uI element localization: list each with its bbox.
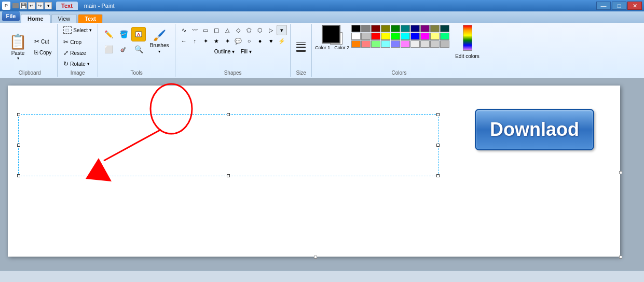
swatch-light-cyan[interactable] — [381, 40, 390, 48]
copy-button[interactable]: ⎘ Copy — [32, 47, 54, 58]
pencil-tool[interactable]: ✏️ — [101, 27, 116, 41]
swatch-periwinkle[interactable] — [391, 40, 400, 48]
swatch-gray[interactable] — [361, 25, 371, 32]
shape-star5[interactable]: ★ — [211, 36, 222, 46]
canvas-resize-handle-bottom[interactable] — [314, 256, 317, 259]
rotate-button[interactable]: ↻ Rotate ▾ — [61, 59, 94, 69]
file-tab[interactable]: File — [2, 11, 20, 21]
handle-ml[interactable] — [17, 144, 20, 147]
tab-home[interactable]: Home — [21, 14, 50, 23]
quick-access-save[interactable]: 💾 — [20, 2, 27, 9]
handle-bm[interactable] — [227, 174, 230, 177]
magnifier-tool[interactable]: 🔍 — [131, 42, 146, 57]
shape-callout[interactable]: 💬 — [233, 36, 243, 46]
swatch-blue[interactable] — [410, 33, 420, 40]
text-selection-box[interactable] — [18, 114, 439, 176]
shape-arrow-left[interactable]: ← — [179, 36, 189, 46]
colors-content: Color 1 Color 2 — [315, 25, 483, 69]
select-button[interactable]: ⬚ Select ▾ — [61, 25, 94, 35]
swatch-black[interactable] — [351, 25, 361, 32]
swatch-white[interactable] — [351, 33, 361, 40]
swatch-light-green[interactable] — [371, 40, 380, 48]
handle-tm[interactable] — [227, 113, 230, 116]
swatch-silver[interactable] — [361, 33, 371, 40]
shape-hexagon[interactable]: ⬡ — [255, 25, 265, 35]
swatch-orange[interactable] — [351, 40, 361, 48]
handle-tr[interactable] — [436, 113, 440, 116]
swatch-dark-green[interactable] — [391, 25, 400, 32]
swatch-spring-green[interactable] — [440, 33, 449, 40]
swatch-medium-gray-2[interactable] — [440, 40, 449, 48]
canvas-resize-handle-right[interactable] — [619, 171, 622, 174]
shape-scroll[interactable]: ▾ — [277, 25, 287, 35]
shape-star4[interactable]: ✦ — [200, 36, 211, 46]
shape-wavy[interactable]: 〰 — [189, 25, 200, 35]
cut-button[interactable]: ✂ Cut — [32, 36, 54, 47]
handle-bl[interactable] — [17, 174, 20, 177]
swatch-medium-gray[interactable] — [430, 40, 440, 48]
swatch-lime[interactable] — [391, 33, 400, 40]
swatch-teal[interactable] — [401, 25, 410, 32]
resize-button[interactable]: ⤢ Resize — [61, 48, 94, 58]
swatch-salmon[interactable] — [361, 40, 371, 48]
shape-star6[interactable]: ✶ — [222, 36, 232, 46]
eraser-tool[interactable]: ⬜ — [101, 42, 116, 57]
resize-icon: ⤢ — [63, 49, 68, 57]
shape-diamond[interactable]: ◇ — [233, 25, 243, 35]
swatch-purple[interactable] — [420, 25, 430, 32]
quick-access-redo[interactable]: ↪ — [36, 2, 44, 9]
swatch-dark-teal[interactable] — [440, 25, 449, 32]
shape-pentagon[interactable]: ⬠ — [244, 25, 254, 35]
fill-tool[interactable]: 🪣 — [116, 27, 131, 41]
shape-rect[interactable]: ▭ — [200, 25, 211, 35]
canvas-resize-handle[interactable] — [619, 256, 622, 259]
brushes-button[interactable]: 🖌️ Brushes ▾ — [147, 25, 172, 58]
shape-circle[interactable]: ● — [255, 36, 265, 46]
close-btn[interactable]: ✕ — [627, 2, 642, 10]
paste-button[interactable]: 📋 Paste ▾ — [5, 31, 31, 63]
canvas[interactable]: Downlaod — [8, 86, 620, 257]
quick-access-dropdown[interactable]: ▾ — [45, 2, 52, 9]
crop-button[interactable]: ✂ Crop — [61, 37, 94, 47]
swatch-dark-yellow[interactable] — [430, 25, 440, 32]
maximize-btn[interactable]: □ — [612, 2, 626, 10]
swatch-red[interactable] — [371, 33, 380, 40]
handle-tl[interactable] — [17, 113, 20, 116]
swatch-magenta[interactable] — [420, 33, 430, 40]
swatch-olive[interactable] — [381, 25, 390, 32]
swatch-violet[interactable] — [401, 40, 410, 48]
swatch-lighter-gray[interactable] — [420, 40, 430, 48]
text-tool[interactable]: A — [131, 27, 146, 41]
outline-button[interactable]: Outline ▾ — [212, 48, 237, 55]
tab-view[interactable]: View — [51, 14, 77, 23]
shape-lightning[interactable]: ⚡ — [277, 36, 287, 46]
tab-text-tools[interactable]: Text — [56, 2, 78, 10]
shape-triangle[interactable]: △ — [222, 25, 232, 35]
window-menu[interactable] — [12, 3, 19, 8]
edit-colors-button[interactable]: Edit colors — [451, 52, 483, 61]
shape-right-arrow[interactable]: ▷ — [266, 25, 276, 35]
canvas-container: Downlaod — [0, 78, 644, 271]
swatch-dark-red[interactable] — [371, 25, 380, 32]
swatch-cyan[interactable] — [401, 33, 410, 40]
color1-swatch[interactable] — [322, 25, 340, 44]
swatch-light-yellow[interactable] — [430, 33, 440, 40]
shape-oval[interactable]: ○ — [244, 36, 254, 46]
fill-button[interactable]: Fill ▾ — [239, 48, 254, 55]
swatch-yellow[interactable] — [381, 33, 390, 40]
tab-text[interactable]: Text — [78, 14, 103, 23]
shape-rounded-rect[interactable]: ▢ — [211, 25, 222, 35]
shape-curve[interactable]: ∿ — [179, 25, 189, 35]
swatch-light-gray[interactable] — [410, 40, 420, 48]
size-selector[interactable] — [294, 39, 308, 54]
swatch-navy[interactable] — [410, 25, 420, 32]
quick-access-undo[interactable]: ↩ — [28, 2, 35, 9]
handle-mr[interactable] — [436, 144, 440, 147]
shape-heart[interactable]: ♥ — [266, 36, 276, 46]
minimize-btn[interactable]: — — [596, 2, 611, 10]
color-picker-tool[interactable] — [116, 42, 131, 57]
shape-arrow-up[interactable]: ↑ — [189, 36, 200, 46]
download-button[interactable]: Downlaod — [475, 109, 594, 150]
handle-br[interactable] — [436, 174, 440, 177]
select-icon: ⬚ — [63, 26, 72, 34]
